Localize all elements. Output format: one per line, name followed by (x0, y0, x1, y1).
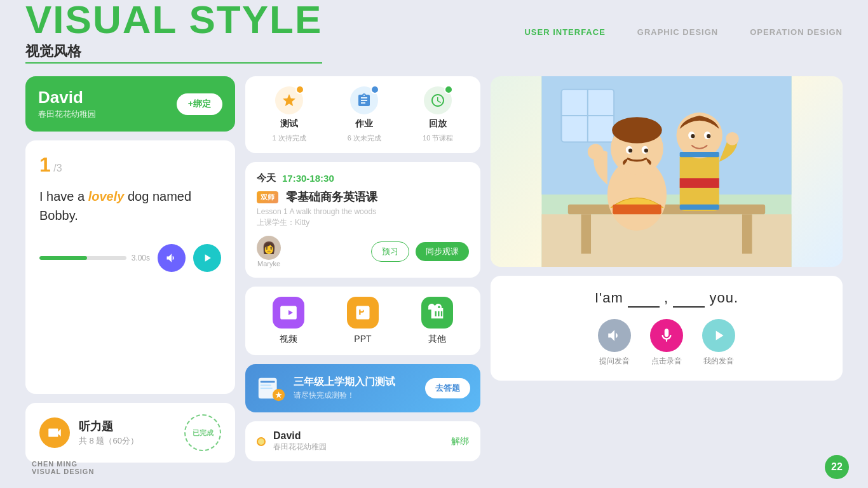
stat-homework: 作业 6 次未完成 (348, 86, 381, 143)
svg-point-31 (726, 132, 739, 146)
volume-button[interactable] (158, 244, 186, 272)
stat-test-label: 测试 (280, 118, 298, 130)
progress-time: 3.00s (132, 254, 150, 262)
sentence-highlight: lovely (88, 189, 125, 203)
stat-test-badge (295, 85, 304, 94)
star-icon (281, 93, 297, 108)
stat-playback-label: 回放 (429, 118, 447, 130)
quiz-btn-my[interactable]: 我的发音 (702, 319, 735, 367)
top-nav: USER INTERFACE GRAPHIC DESIGN OPERATION … (524, 27, 843, 37)
homework-stamp: 已完成 (184, 414, 221, 451)
unbind-button[interactable]: 解绑 (451, 436, 469, 447)
other-res-svg (428, 304, 446, 322)
user-row-name: David (273, 430, 327, 442)
stats-card: 测试 1 次待完成 作业 6 次未完成 (245, 76, 480, 153)
svg-rect-11 (541, 214, 791, 267)
answer-button[interactable]: 去答题 (425, 378, 470, 398)
homework-card: 听力题 共 8 题（60分） 已完成 (25, 403, 235, 463)
today-time: 17:30-18:30 (282, 173, 334, 184)
class-student: 上课学生：Kitty (257, 217, 469, 228)
ppt-res-icon (347, 297, 379, 329)
user-card: David 春田花花幼稚园 +绑定 (25, 76, 235, 132)
svg-rect-2 (261, 384, 271, 386)
user-name: David (38, 88, 96, 107)
class-name: 零基础商务英语课 (286, 189, 377, 205)
svg-rect-13 (581, 214, 592, 254)
nav-user-interface[interactable]: USER INTERFACE (524, 27, 605, 37)
avatar-image: 👩 (257, 236, 281, 260)
quiz-card: I'am , you. 提问发音 (491, 276, 843, 381)
sentence-before: I have a (39, 189, 88, 203)
volume-icon (165, 252, 178, 264)
bind-button[interactable]: +绑定 (177, 93, 222, 115)
resource-video[interactable]: 视频 (273, 297, 304, 345)
stat-playback-icon (424, 86, 452, 114)
video-res-svg (280, 304, 297, 322)
user-row-info: David 春田花花幼稚园 (273, 430, 327, 452)
stat-homework-badge (370, 85, 379, 94)
today-card: 今天 17:30-18:30 双师 零基础商务英语课 Lesson 1 A wa… (245, 162, 480, 278)
main-content: David 春田花花幼稚园 +绑定 1 /3 I have a lovely d… (25, 76, 843, 463)
my-label: 我的发音 (703, 356, 734, 367)
svg-rect-3 (261, 388, 273, 389)
footer-name: CHEN MING (32, 460, 94, 468)
footer-design: VISUAL DESIGN (32, 468, 94, 475)
play-my-svg (710, 327, 727, 344)
stat-test-icon (275, 86, 303, 114)
title-block: VISUAL STYLE 视觉风格 (25, 0, 322, 64)
title-zh: 视觉风格 (25, 42, 322, 64)
resource-ppt[interactable]: PPT (347, 297, 379, 345)
stat-test: 测试 1 次待完成 (273, 86, 306, 143)
ask-svg (606, 327, 623, 344)
ppt-res-svg (354, 304, 372, 322)
teacher-name: Maryke (257, 260, 280, 268)
resources-card: 视频 PPT 其他 (245, 287, 480, 355)
progress-bar (39, 256, 126, 260)
resource-other[interactable]: 其他 (421, 297, 453, 345)
quiz-btn-record[interactable]: 点击录音 (650, 319, 683, 367)
record-label: 点击录音 (651, 356, 682, 367)
quiz-actions: 提问发音 点击录音 我的发音 (507, 319, 826, 367)
sentence-card: 1 /3 I have a lovely dog named Bobby. 3.… (25, 140, 235, 394)
svg-text:★: ★ (275, 391, 282, 399)
test-title: 三年级上学期入门测试 (294, 376, 395, 389)
resource-video-label: 视频 (280, 334, 297, 345)
user-dot (257, 437, 266, 446)
stat-homework-icon (350, 86, 378, 114)
svg-rect-1 (261, 381, 275, 383)
certificate-icon: ★ (255, 373, 286, 403)
illustration-card (491, 76, 843, 267)
quiz-sentence: I'am , you. (507, 290, 826, 308)
progress-bar-wrap: 3.00s (39, 254, 150, 262)
user-school: 春田花花幼稚园 (38, 109, 96, 120)
teacher-avatar: 👩 Maryke (257, 236, 281, 268)
footer: CHEN MING VISUAL DESIGN (32, 460, 94, 475)
svg-point-29 (691, 134, 695, 138)
sentence-current: 1 (39, 153, 51, 176)
test-text: 三年级上学期入门测试 请尽快完成测验！ (294, 376, 395, 401)
resource-ppt-label: PPT (354, 334, 371, 344)
today-label: 今天 (257, 172, 276, 184)
test-desc: 请尽快完成测验！ (294, 390, 395, 401)
today-header: 今天 17:30-18:30 (257, 172, 469, 184)
nav-operation-design[interactable]: OPERATION DESIGN (750, 27, 843, 37)
svg-point-21 (644, 149, 648, 152)
quiz-btn-ask[interactable]: 提问发音 (598, 319, 631, 367)
svg-rect-22 (613, 205, 661, 215)
stat-homework-sub: 6 次未完成 (348, 133, 381, 143)
header: VISUAL STYLE 视觉风格 USER INTERFACE GRAPHIC… (0, 0, 868, 64)
ask-label: 提问发音 (599, 356, 630, 367)
svg-point-30 (707, 134, 710, 138)
sync-watch-button[interactable]: 同步观课 (416, 242, 469, 261)
preview-button[interactable]: 预习 (371, 241, 409, 262)
sentence-number: 1 /3 (39, 153, 221, 177)
today-bottom: 👩 Maryke 预习 同步观课 (257, 236, 469, 268)
blank-2 (673, 290, 705, 308)
play-button[interactable] (193, 244, 221, 272)
left-column: David 春田花花幼稚园 +绑定 1 /3 I have a lovely d… (25, 76, 235, 463)
svg-rect-12 (568, 205, 765, 215)
user-row-school: 春田花花幼稚园 (273, 442, 327, 452)
test-icon: ★ (255, 373, 286, 403)
progress-fill (39, 256, 87, 260)
nav-graphic-design[interactable]: GRAPHIC DESIGN (637, 27, 718, 37)
